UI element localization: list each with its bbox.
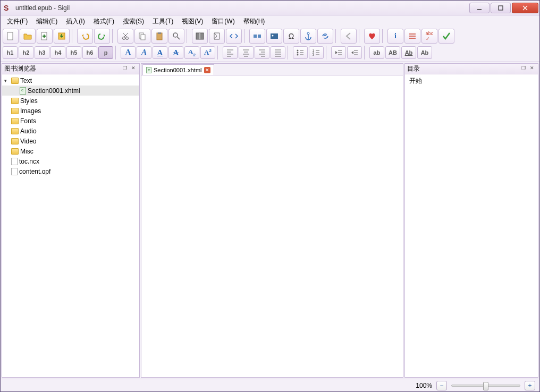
tree-folder-audio[interactable]: Audio — [2, 126, 139, 136]
tree-folder-video[interactable]: Video — [2, 136, 139, 146]
validate-icon[interactable] — [438, 29, 454, 44]
svg-rect-19 — [271, 33, 278, 39]
capitalize-button[interactable]: Ab — [417, 46, 432, 59]
split-view-icon[interactable] — [209, 29, 225, 44]
superscript-icon[interactable]: A2 — [200, 46, 215, 59]
menu-search[interactable]: 搜索(S) — [119, 16, 148, 27]
zoom-out-button[interactable]: − — [436, 381, 447, 390]
strikethrough-icon[interactable]: A — [168, 46, 183, 59]
heading-h2-button[interactable]: h2 — [19, 46, 33, 59]
menu-view[interactable]: 视图(V) — [178, 16, 207, 27]
menu-window[interactable]: 窗口(W) — [207, 16, 239, 27]
subscript-icon[interactable]: A2 — [184, 46, 199, 59]
underline-icon[interactable]: A — [153, 46, 167, 59]
zoom-slider[interactable] — [451, 385, 520, 387]
anchor-icon[interactable] — [300, 29, 316, 44]
open-file-icon[interactable] — [20, 29, 36, 44]
svg-point-21 — [307, 32, 309, 35]
special-char-icon[interactable]: Ω — [283, 29, 299, 44]
tree-folder-images[interactable]: Images — [2, 106, 139, 116]
zoom-in-button[interactable]: + — [525, 381, 535, 390]
menu-help[interactable]: 帮助(H) — [239, 16, 269, 27]
tree-folder-misc[interactable]: Misc — [2, 146, 139, 156]
tree-folder-styles[interactable]: Styles — [2, 96, 139, 106]
align-justify-icon[interactable] — [271, 46, 285, 59]
window-title: untitled.epub - Sigil — [15, 4, 468, 12]
titlecase-button[interactable]: Ab — [401, 46, 416, 59]
heading-h6-button[interactable]: h6 — [82, 46, 97, 59]
tree-file-toc-ncx[interactable]: toc.ncx — [2, 156, 139, 166]
tree-folder-text[interactable]: Text — [2, 75, 139, 86]
folder-icon — [11, 118, 19, 124]
toc-header: 目录 ❐ ✕ — [405, 64, 538, 74]
minimize-button[interactable] — [469, 3, 490, 13]
redo-icon[interactable] — [94, 29, 110, 44]
folder-icon — [11, 148, 19, 155]
close-button[interactable] — [512, 3, 538, 13]
cut-icon[interactable] — [117, 29, 133, 44]
svg-text:3: 3 — [313, 53, 314, 56]
find-icon[interactable] — [168, 29, 184, 44]
metadata-icon[interactable]: i — [387, 29, 403, 44]
align-right-icon[interactable] — [255, 46, 269, 59]
bold-icon[interactable]: A — [121, 46, 136, 59]
paragraph-button[interactable]: p — [98, 46, 113, 59]
decrease-indent-icon[interactable] — [331, 46, 346, 59]
save-icon[interactable] — [54, 29, 70, 44]
back-icon[interactable] — [341, 29, 357, 44]
book-view-icon[interactable] — [192, 29, 208, 44]
menu-file[interactable]: 文件(F) — [3, 16, 32, 27]
toc-icon[interactable] — [404, 29, 420, 44]
panel-close-icon[interactable]: ✕ — [130, 65, 137, 73]
link-icon[interactable] — [317, 29, 333, 44]
book-browser-panel: 图书浏览器 ❐ ✕ Text Section0001.xhtml Styles … — [2, 63, 140, 378]
xhtml-file-icon — [20, 87, 26, 95]
statusbar: 100% − + — [1, 379, 539, 391]
number-list-icon[interactable]: 123 — [309, 46, 324, 59]
editor-area[interactable] — [141, 75, 403, 377]
heading-h4-button[interactable]: h4 — [50, 46, 65, 59]
panel-close-icon[interactable]: ✕ — [528, 65, 536, 73]
book-browser-title: 图书浏览器 — [4, 64, 36, 73]
toc-body: 开始 — [405, 74, 538, 377]
tree-file-section0001[interactable]: Section0001.xhtml — [2, 86, 139, 96]
menu-insert[interactable]: 插入(I) — [62, 16, 89, 27]
maximize-button[interactable] — [491, 3, 511, 13]
tree-file-content-opf[interactable]: content.opf — [2, 166, 139, 176]
tree-folder-fonts[interactable]: Fonts — [2, 116, 139, 126]
titlebar: S untitled.epub - Sigil — [1, 1, 539, 15]
lowercase-button[interactable]: ab — [369, 46, 384, 59]
svg-point-20 — [272, 35, 274, 37]
donate-icon[interactable] — [364, 29, 380, 44]
tab-close-icon[interactable]: ✕ — [204, 67, 210, 73]
insert-image-icon[interactable] — [266, 29, 282, 44]
italic-icon[interactable]: A — [137, 46, 151, 59]
heading-h1-button[interactable]: h1 — [3, 46, 18, 59]
tab-section0001[interactable]: Section0001.xhtml ✕ — [142, 64, 214, 75]
increase-indent-icon[interactable] — [347, 46, 362, 59]
add-file-icon[interactable] — [37, 29, 53, 44]
undo-icon[interactable] — [77, 29, 93, 44]
panel-float-icon[interactable]: ❐ — [520, 65, 527, 73]
spellcheck-icon[interactable]: abc✓ — [421, 29, 437, 44]
zoom-slider-thumb[interactable] — [483, 382, 488, 390]
code-view-icon[interactable] — [226, 29, 242, 44]
uppercase-button[interactable]: AB — [385, 46, 400, 59]
xhtml-file-icon — [146, 67, 151, 73]
paste-icon[interactable] — [151, 29, 167, 44]
new-file-icon[interactable] — [3, 29, 19, 44]
toc-item-start[interactable]: 开始 — [409, 76, 534, 86]
menu-format[interactable]: 格式(F) — [89, 16, 119, 27]
heading-h5-button[interactable]: h5 — [66, 46, 81, 59]
copy-icon[interactable] — [134, 29, 150, 44]
app-icon: S — [4, 4, 12, 12]
menu-edit[interactable]: 编辑(E) — [32, 16, 62, 27]
split-marker-icon[interactable] — [249, 29, 265, 44]
align-left-icon[interactable] — [223, 46, 238, 59]
align-center-icon[interactable] — [239, 46, 254, 59]
panel-float-icon[interactable]: ❐ — [121, 65, 129, 73]
menu-tools[interactable]: 工具(T) — [148, 16, 178, 27]
bullet-list-icon[interactable] — [293, 46, 308, 59]
svg-rect-1 — [499, 6, 503, 10]
heading-h3-button[interactable]: h3 — [35, 46, 49, 59]
